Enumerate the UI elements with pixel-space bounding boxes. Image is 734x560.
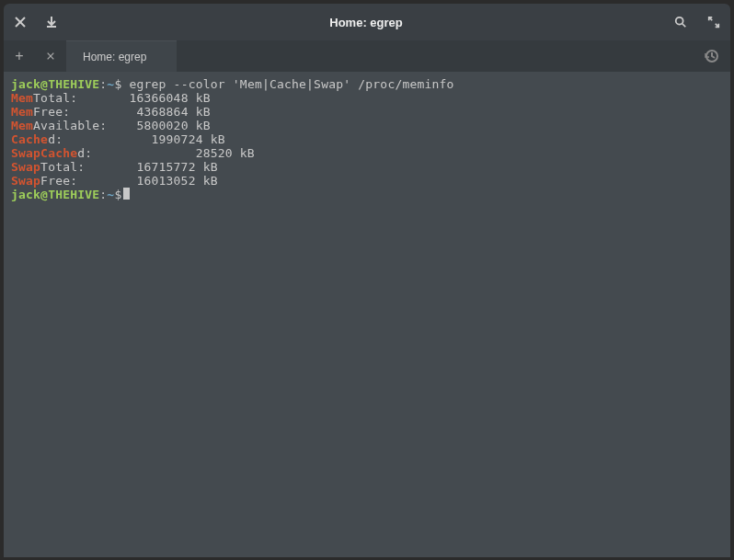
- output-line: SwapCached: 28520 kB: [11, 146, 723, 160]
- download-icon[interactable]: [42, 13, 61, 31]
- fullscreen-icon[interactable]: [705, 13, 723, 31]
- svg-line-5: [682, 24, 686, 28]
- window-titlebar: Home: egrep: [4, 4, 730, 40]
- titlebar-right: [671, 13, 723, 31]
- output-line: Cached: 1990724 kB: [11, 132, 723, 146]
- output-line: MemAvailable: 5800020 kB: [11, 119, 723, 132]
- tab-home-egrep[interactable]: Home: egrep: [66, 40, 177, 72]
- window-title: Home: egrep: [329, 16, 402, 29]
- prompt-line: jack@THEHIVE:~$ egrep --color 'Mem|Cache…: [11, 77, 723, 91]
- prompt-user: jack: [11, 77, 40, 91]
- new-tab-button[interactable]: +: [4, 40, 35, 72]
- cursor: [123, 188, 130, 200]
- svg-point-4: [676, 17, 683, 25]
- output-line: SwapTotal: 16715772 kB: [11, 160, 723, 174]
- prompt-line: jack@THEHIVE:~$: [11, 188, 723, 201]
- close-tab-button[interactable]: [35, 40, 66, 72]
- tab-bar: + Home: egrep: [4, 40, 730, 72]
- terminal-body[interactable]: jack@THEHIVE:~$ egrep --color 'Mem|Cache…: [4, 72, 730, 557]
- output-line: MemFree: 4368864 kB: [11, 105, 723, 119]
- close-window-icon[interactable]: [11, 13, 29, 31]
- output-line: SwapFree: 16013052 kB: [11, 174, 723, 188]
- titlebar-left: [11, 13, 61, 31]
- search-icon[interactable]: [671, 13, 690, 31]
- tab-label: Home: egrep: [83, 51, 146, 63]
- history-icon[interactable]: [694, 40, 730, 72]
- output-line: MemTotal: 16366048 kB: [11, 91, 723, 105]
- command-text: egrep --color 'Mem|Cache|Swap' /proc/mem…: [129, 77, 453, 91]
- prompt-host: THEHIVE: [48, 77, 99, 91]
